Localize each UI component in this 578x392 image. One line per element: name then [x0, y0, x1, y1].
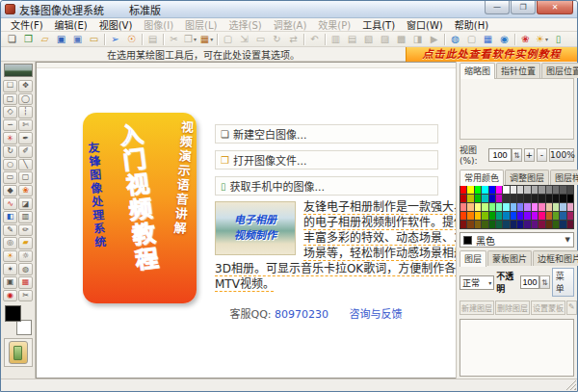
palette-color[interactable]: [511, 221, 516, 228]
palette-color[interactable]: [503, 186, 509, 194]
tool-pen[interactable]: ✒: [18, 132, 33, 144]
palette-color[interactable]: [524, 221, 530, 228]
tool-magic-wand[interactable]: ✳: [3, 132, 17, 144]
palette-color[interactable]: [482, 186, 487, 194]
palette-color[interactable]: [511, 203, 516, 211]
palette-color[interactable]: [539, 186, 544, 194]
tab-common-colors[interactable]: 常用颜色: [460, 170, 504, 186]
promo-thumbnail[interactable]: 电子相册 视频制作: [215, 201, 296, 255]
browse-folder-button[interactable]: ▭: [86, 32, 102, 46]
web-home-button[interactable]: ◉: [496, 32, 512, 46]
tab-layer-styles[interactable]: 图层样式: [550, 170, 578, 185]
tool-color-sampler[interactable]: ✎: [3, 224, 17, 237]
palette-color[interactable]: [532, 195, 538, 202]
palette-color[interactable]: [524, 195, 530, 202]
resize-grip[interactable]: [565, 379, 576, 390]
tool-line[interactable]: ╲: [18, 159, 33, 171]
palette-color[interactable]: [475, 186, 481, 194]
layers-list[interactable]: [460, 319, 574, 377]
navigator-thumbnail[interactable]: [4, 64, 33, 77]
palette-color[interactable]: [482, 212, 487, 220]
palette-color[interactable]: [524, 203, 530, 211]
tool-transform[interactable]: ↻: [3, 145, 17, 158]
menu-view[interactable]: 视图(V): [93, 17, 139, 32]
open-image-button[interactable]: ❐: [20, 32, 37, 46]
menu-help[interactable]: 帮助(H): [449, 17, 494, 32]
palette-color[interactable]: [511, 186, 516, 194]
camera-acquire-button[interactable]: ☉: [123, 32, 140, 46]
palette-color[interactable]: [503, 203, 509, 211]
open-folder-button[interactable]: ▱: [37, 32, 53, 46]
palette-color[interactable]: [560, 212, 565, 220]
palette-color[interactable]: [553, 203, 559, 211]
tool-row-select[interactable]: ┆: [18, 106, 33, 118]
tool-darken[interactable]: ☼: [18, 250, 33, 263]
palette-color[interactable]: [539, 203, 544, 211]
palette-color[interactable]: [475, 212, 481, 220]
palette-color[interactable]: [467, 195, 473, 202]
palette-color[interactable]: [517, 212, 523, 220]
tool-move[interactable]: ✥: [18, 80, 33, 92]
palette-color[interactable]: [567, 221, 573, 228]
tool-pencil[interactable]: ✏: [18, 224, 33, 237]
menu-tools[interactable]: 工具(T): [356, 17, 401, 32]
favorites-button[interactable]: ❀: [517, 32, 534, 46]
tool-eraser[interactable]: ◪: [18, 197, 33, 210]
background-color-swatch[interactable]: [16, 320, 32, 335]
palette-color[interactable]: [567, 186, 573, 194]
menu-layer[interactable]: 图层(L): [179, 17, 223, 32]
qq-number[interactable]: 80970230: [275, 308, 328, 321]
palette-color[interactable]: [553, 195, 559, 202]
tab-layer-position[interactable]: 图层位置: [541, 63, 578, 78]
palette-color[interactable]: [467, 221, 473, 228]
tool-crop-knife[interactable]: ✂: [18, 290, 33, 302]
close-button[interactable]: ✕: [537, 1, 573, 14]
palette-color[interactable]: [489, 212, 495, 220]
menu-image[interactable]: 图像(I): [138, 17, 179, 32]
new-blank-image-link[interactable]: ❏新建空白图像...: [215, 124, 438, 144]
tool-rounded-rect-select[interactable]: ▢: [3, 93, 17, 106]
blend-mode-select[interactable]: 正常 ▾: [460, 275, 494, 290]
menu-edit[interactable]: 编辑(E): [49, 17, 93, 32]
menu-effects[interactable]: 效果(P): [312, 17, 356, 32]
palette-color[interactable]: [482, 195, 487, 202]
palette-color[interactable]: [503, 221, 509, 228]
palette-color[interactable]: [560, 221, 565, 228]
palette-color[interactable]: [482, 221, 487, 228]
palette-color[interactable]: [553, 186, 559, 194]
tool-blur[interactable]: ◍: [18, 263, 33, 275]
tool-lasso[interactable]: ∽: [3, 119, 17, 132]
batch-process-button[interactable]: ▦: [480, 32, 496, 46]
palette-color[interactable]: [489, 186, 495, 194]
palette-color[interactable]: [475, 221, 481, 228]
feedback-link[interactable]: 咨询与反馈: [350, 308, 403, 321]
opacity-spinner-icon[interactable]: ⇅: [539, 275, 550, 289]
tool-rounded-rect-shape[interactable]: ▢: [18, 171, 33, 184]
tab-layers[interactable]: 图层: [460, 250, 486, 267]
dropdown-arrow-icon[interactable]: ▾: [210, 36, 213, 42]
palette-color[interactable]: [539, 195, 544, 202]
tool-fill-bucket[interactable]: ◧: [3, 211, 17, 223]
palette-color[interactable]: [546, 186, 552, 194]
palette-color[interactable]: [546, 212, 552, 220]
menu-file[interactable]: 文件(F): [5, 17, 49, 32]
tool-eyedropper[interactable]: ✐: [18, 145, 33, 158]
palette-color[interactable]: [546, 221, 552, 228]
zoom-input[interactable]: [488, 148, 512, 162]
tab-adjust-layers[interactable]: 调整图层: [505, 170, 549, 185]
tool-ellipse-shape[interactable]: ○: [3, 159, 17, 171]
tool-polygon-shape[interactable]: ◆: [3, 185, 17, 197]
palette-color[interactable]: [475, 203, 481, 211]
palette-color[interactable]: [489, 221, 495, 228]
palette-color[interactable]: [496, 221, 502, 228]
palette-color[interactable]: [539, 212, 544, 220]
palette-color[interactable]: [503, 212, 509, 220]
tool-magnetic-lasso[interactable]: ✄: [18, 119, 33, 132]
menu-select[interactable]: 选择(S): [223, 17, 267, 32]
tool-gradient[interactable]: ▥: [18, 211, 33, 223]
palette-color[interactable]: [517, 186, 523, 194]
palette-color[interactable]: [560, 186, 565, 194]
foreground-color-swatch[interactable]: [5, 305, 21, 322]
tool-magnifier[interactable]: ◎: [3, 237, 17, 249]
palette-color[interactable]: [460, 186, 466, 194]
